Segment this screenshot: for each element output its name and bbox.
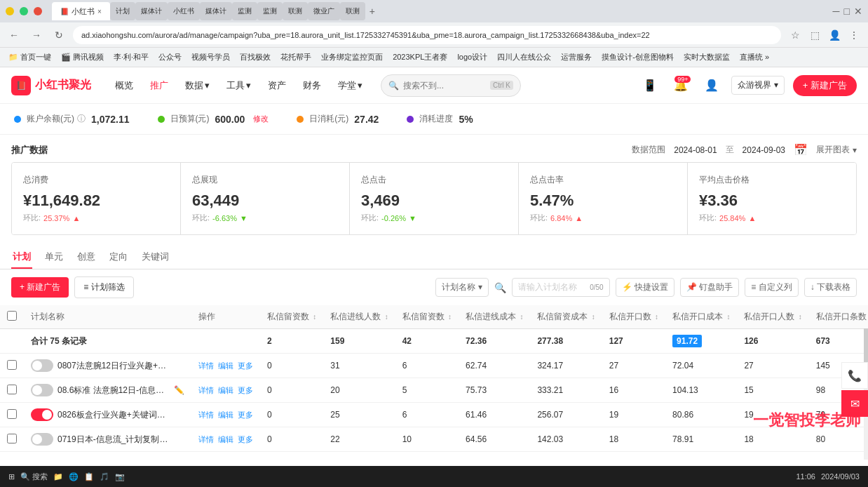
settings-btn[interactable]: ⋮	[846, 27, 862, 44]
row3-more-link[interactable]: 更多	[238, 410, 253, 420]
plan-search-input[interactable]: 请输入计划名称 0/50	[512, 278, 610, 297]
search-taskbar-btn[interactable]: 🔍 搜索	[20, 472, 48, 482]
new-ad-toolbar-btn[interactable]: + 新建广告	[11, 277, 69, 298]
bookmark-btn[interactable]: ☆	[787, 27, 803, 44]
bookmark-kpl[interactable]: 2023KPL王者赛	[390, 51, 450, 64]
bookmark-design[interactable]: 摸鱼设计-创意图物料	[599, 51, 677, 64]
row3-checkbox[interactable]	[7, 409, 17, 419]
pin-btn[interactable]: 📌 钉盘助手	[680, 278, 739, 297]
row4-toggle[interactable]	[31, 433, 53, 446]
mobile-preview-btn[interactable]: 📱	[639, 74, 661, 97]
tab-close[interactable]: ×	[97, 8, 102, 15]
tab-8[interactable]: 联测	[283, 2, 308, 20]
row3-toggle[interactable]	[31, 408, 53, 421]
bookmark-yewu[interactable]: 业务绑定监控页面	[318, 51, 386, 64]
tab-7[interactable]: 监测	[257, 2, 283, 20]
row2-more-link[interactable]: 更多	[238, 385, 253, 396]
back-btn[interactable]: ←	[6, 27, 22, 44]
select-all-checkbox[interactable]	[7, 311, 17, 321]
extensions-btn[interactable]: ⬚	[806, 27, 823, 44]
tab-4[interactable]: 小红书	[168, 2, 200, 20]
row2-toggle[interactable]	[31, 384, 53, 396]
filter-btn[interactable]: ≡ 计划筛选	[74, 276, 133, 298]
close-btn[interactable]	[34, 7, 42, 15]
tab-9[interactable]: 微业广	[308, 2, 340, 20]
bookmark-yunying[interactable]: 运营服务	[558, 51, 595, 64]
quick-settings-btn[interactable]: ⚡ 快捷设置	[616, 278, 674, 297]
plan-name-filter[interactable]: 计划名称 ▾	[435, 278, 488, 297]
nav-overview[interactable]: 概览	[108, 75, 140, 96]
bookmark-video[interactable]: 视频号学员	[189, 51, 233, 64]
row3-edit-link[interactable]: 编辑	[218, 410, 233, 420]
modify-budget-link[interactable]: 修改	[253, 114, 269, 124]
forward-btn[interactable]: →	[28, 27, 45, 44]
row1-checkbox[interactable]	[7, 360, 17, 370]
browser-close[interactable]: ✕	[854, 6, 862, 17]
row2-detail-link[interactable]: 详情	[198, 385, 214, 396]
bookmark-data[interactable]: 实时大数据监	[681, 51, 733, 64]
active-tab[interactable]: 📕 小红书 ×	[52, 2, 110, 20]
taskbar-item-1[interactable]: 📁	[53, 472, 63, 481]
row4-edit-link[interactable]: 编辑	[218, 434, 233, 445]
bookmark-li[interactable]: 李·利·和平	[111, 51, 151, 64]
bookmark-gzh[interactable]: 公众号	[156, 51, 184, 64]
tab-keywords[interactable]: 关键词	[140, 246, 170, 269]
calendar-btn[interactable]: 📅	[794, 143, 808, 156]
tab-3[interactable]: 媒体计	[135, 2, 168, 20]
row3-detail-link[interactable]: 详情	[198, 410, 214, 420]
browser-minimize[interactable]: ─	[833, 6, 840, 17]
minimize-btn[interactable]	[6, 7, 14, 15]
phone-chat-btn[interactable]: 📞	[841, 362, 868, 389]
bookmark-live[interactable]: 直播统 »	[737, 51, 772, 64]
tab-10[interactable]: 联测	[340, 2, 365, 20]
bookmark-search[interactable]: 百找极效	[237, 51, 273, 64]
row2-edit-icon[interactable]: ✏️	[174, 385, 184, 395]
nav-promote[interactable]: 推广	[143, 75, 175, 96]
tab-6[interactable]: 监测	[232, 2, 257, 20]
tab-creative[interactable]: 创意	[76, 246, 97, 269]
platform-selector[interactable]: 众游视界 ▾	[731, 76, 784, 95]
nav-academy[interactable]: 学堂 ▾	[331, 75, 369, 96]
notifications-btn[interactable]: 🔔 99+	[670, 74, 692, 97]
row1-edit-link[interactable]: 编辑	[218, 361, 233, 371]
nav-finance[interactable]: 财务	[296, 75, 328, 96]
nav-data[interactable]: 数据 ▾	[178, 75, 217, 96]
address-input[interactable]	[73, 26, 781, 44]
row4-more-link[interactable]: 更多	[238, 434, 253, 445]
row4-checkbox[interactable]	[7, 434, 17, 443]
taskbar-item-3[interactable]: 📋	[84, 472, 94, 481]
refresh-btn[interactable]: ↻	[50, 27, 67, 44]
row1-toggle[interactable]	[31, 359, 53, 372]
bookmark-logo[interactable]: logo设计	[454, 51, 490, 64]
top-search-input[interactable]	[403, 81, 486, 91]
taskbar-item-2[interactable]: 🌐	[69, 472, 79, 481]
bookmark-tencent[interactable]: 🎬 腾讯视频	[58, 51, 107, 64]
tab-targeting[interactable]: 定向	[108, 246, 129, 269]
bookmark-huatuo[interactable]: 花托帮手	[278, 51, 314, 64]
row2-edit-link[interactable]: 编辑	[218, 385, 233, 396]
tab-unit[interactable]: 单元	[43, 246, 65, 269]
windows-start-btn[interactable]: ⊞	[8, 472, 15, 481]
tab-5[interactable]: 媒体计	[200, 2, 232, 20]
row1-more-link[interactable]: 更多	[238, 361, 253, 371]
download-btn[interactable]: ↓ 下载表格	[804, 278, 857, 297]
nav-tools[interactable]: 工具 ▾	[219, 75, 258, 96]
tab-2[interactable]: 计划	[110, 2, 135, 20]
new-ad-btn[interactable]: + 新建广告	[793, 75, 857, 96]
nav-assets[interactable]: 资产	[261, 75, 293, 96]
bookmark-all[interactable]: 📁 首页一键	[6, 51, 54, 64]
taskbar-item-5[interactable]: 📷	[115, 472, 125, 481]
user-avatar[interactable]: 👤	[700, 74, 723, 97]
maximize-btn[interactable]	[20, 7, 28, 15]
row1-detail-link[interactable]: 详情	[198, 361, 214, 371]
new-tab-btn[interactable]: +	[365, 4, 379, 18]
browser-restore[interactable]: □	[844, 6, 850, 17]
row2-checkbox[interactable]	[7, 385, 17, 394]
row4-detail-link[interactable]: 详情	[198, 434, 214, 445]
profile-btn[interactable]: 👤	[826, 27, 843, 44]
tab-plan[interactable]: 计划	[11, 246, 32, 269]
bookmark-sichuan[interactable]: 四川人在线公众	[494, 51, 554, 64]
custom-col-btn[interactable]: ≡ 自定义列	[745, 278, 798, 297]
taskbar-item-4[interactable]: 🎵	[100, 472, 109, 481]
expand-charts-btn[interactable]: 展开图表 ▾	[816, 144, 857, 156]
